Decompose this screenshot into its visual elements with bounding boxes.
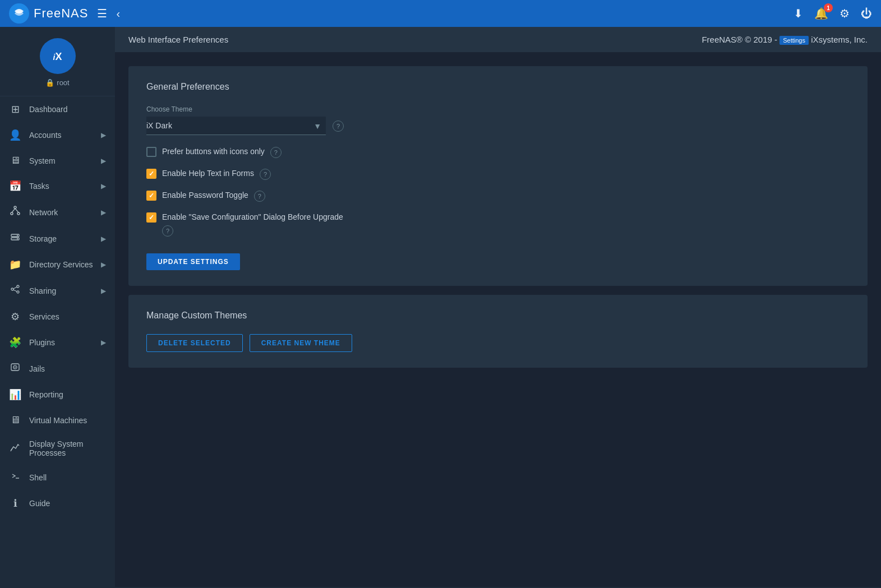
topbar-left: FreeNAS ☰ ‹ [9, 3, 120, 24]
svg-point-17 [15, 367, 16, 368]
sidebar-item-tasks[interactable]: 📅 Tasks ▶ [0, 173, 115, 199]
company-suffix: iXsystems, Inc. [809, 35, 868, 44]
sidebar-item-sharing[interactable]: Sharing ▶ [0, 277, 115, 304]
sidebar-item-services[interactable]: ⚙ Services [0, 304, 115, 330]
delete-selected-button[interactable]: DELETE SELECTED [146, 334, 243, 352]
sidebar-label-virtual-machines: Virtual Machines [29, 416, 106, 425]
page-title: Web Interface Preferences [128, 35, 228, 44]
enable-help-text-help-icon[interactable]: ? [260, 169, 271, 180]
enable-help-text-label: Enable Help Text in Forms [162, 168, 254, 179]
enable-password-toggle-help-icon[interactable]: ? [254, 191, 265, 202]
sidebar-label-jails: Jails [29, 364, 106, 373]
sidebar-item-system[interactable]: 🖥 System ▶ [0, 148, 115, 173]
user-section: iX 🔒 root [0, 27, 115, 96]
back-icon[interactable]: ‹ [116, 7, 120, 20]
enable-password-toggle-label: Enable Password Toggle [162, 190, 248, 201]
plugins-icon: 🧩 [9, 336, 21, 349]
prefer-buttons-help-icon[interactable]: ? [270, 147, 282, 158]
shell-icon [9, 471, 21, 484]
save-config-label: Enable "Save Configuration" Dialog Befor… [162, 212, 343, 223]
sidebar-item-storage[interactable]: Storage ▶ [0, 225, 115, 252]
settings-label: Settings [779, 36, 809, 45]
checkmark-password-icon: ✓ [149, 192, 154, 200]
create-new-theme-button[interactable]: CREATE NEW THEME [250, 334, 352, 352]
save-config-help-icon[interactable]: ? [162, 225, 173, 237]
logo: FreeNAS [9, 3, 88, 24]
svg-line-13 [13, 287, 17, 289]
storage-icon [9, 232, 21, 245]
settings-icon[interactable]: ⚙ [840, 7, 850, 20]
sidebar-item-reporting[interactable]: 📊 Reporting [0, 382, 115, 408]
sidebar-label-guide: Guide [29, 499, 106, 508]
tasks-icon: 📅 [9, 180, 21, 192]
prefer-buttons-checkbox[interactable] [146, 147, 156, 157]
prefer-buttons-label: Prefer buttons with icons only [162, 146, 265, 158]
enable-password-toggle-checkbox[interactable]: ✓ [146, 191, 156, 201]
sidebar-item-directory-services[interactable]: 📁 Directory Services ▶ [0, 252, 115, 277]
svg-point-11 [11, 288, 13, 290]
directory-services-arrow: ▶ [101, 261, 106, 268]
svg-line-18 [11, 449, 12, 451]
sidebar-label-network: Network [29, 208, 93, 217]
save-config-checkbox[interactable]: ✓ [146, 212, 156, 223]
svg-point-3 [17, 212, 20, 215]
topbar-right: ⬇ 🔔 1 ⚙ ⏻ [794, 7, 872, 20]
network-arrow: ▶ [101, 209, 106, 216]
svg-line-4 [12, 209, 15, 212]
sidebar-label-system: System [29, 156, 93, 165]
theme-buttons-row: DELETE SELECTED CREATE NEW THEME [146, 334, 850, 352]
sidebar-item-plugins[interactable]: 🧩 Plugins ▶ [0, 330, 115, 355]
manage-themes-card: Manage Custom Themes DELETE SELECTED CRE… [128, 295, 868, 368]
sidebar-item-guide[interactable]: ℹ Guide [0, 490, 115, 516]
power-icon[interactable]: ⏻ [861, 7, 872, 20]
sidebar-item-dashboard[interactable]: ⊞ Dashboard [0, 96, 115, 122]
page-header-right: FreeNAS® © 2019 - Settings iXsystems, In… [702, 35, 868, 44]
svg-point-12 [17, 291, 19, 293]
update-settings-button[interactable]: UPDATE SETTINGS [146, 253, 240, 270]
sidebar-label-shell: Shell [29, 473, 106, 482]
manage-themes-title: Manage Custom Themes [146, 311, 850, 321]
notifications-wrap[interactable]: 🔔 1 [814, 7, 828, 20]
sidebar-label-directory-services: Directory Services [29, 260, 93, 269]
theme-select[interactable]: iX Dark iX Default iX Blue iX Custom [146, 117, 326, 135]
enable-help-text-checkbox[interactable]: ✓ [146, 169, 156, 179]
checkbox-save-config: ✓ Enable "Save Configuration" Dialog Bef… [146, 212, 850, 237]
sidebar-item-shell[interactable]: Shell [0, 464, 115, 490]
logo-icon [9, 3, 29, 24]
sidebar-item-virtual-machines[interactable]: 🖥 Virtual Machines [0, 408, 115, 433]
sidebar-label-display-system-processes: Display System Processes [29, 439, 106, 457]
reporting-icon: 📊 [9, 388, 21, 401]
sidebar-label-sharing: Sharing [29, 286, 93, 295]
theme-help-icon[interactable]: ? [333, 121, 344, 132]
avatar: iX [40, 38, 76, 74]
sidebar-item-display-system-processes[interactable]: Display System Processes [0, 433, 115, 464]
tasks-arrow: ▶ [101, 182, 106, 190]
sidebar-item-accounts[interactable]: 👤 Accounts ▶ [0, 122, 115, 148]
sharing-icon [9, 284, 21, 297]
download-icon[interactable]: ⬇ [794, 7, 803, 20]
menu-icon[interactable]: ☰ [97, 7, 107, 20]
svg-point-8 [17, 235, 18, 236]
sharing-arrow: ▶ [101, 287, 106, 295]
username: root [57, 78, 69, 87]
sidebar-label-storage: Storage [29, 234, 93, 243]
checkbox-enable-password-toggle: ✓ Enable Password Toggle ? [146, 190, 850, 202]
page-header: Web Interface Preferences FreeNAS® © 201… [115, 27, 881, 53]
notification-badge: 1 [824, 3, 833, 12]
display-system-processes-icon [9, 442, 21, 455]
theme-form-group: Choose Theme iX Dark iX Default iX Blue … [146, 105, 850, 135]
accounts-arrow: ▶ [101, 131, 106, 139]
svg-line-5 [15, 209, 19, 212]
checkbox-prefer-buttons: Prefer buttons with icons only ? [146, 146, 850, 158]
sidebar-item-network[interactable]: Network ▶ [0, 199, 115, 225]
avatar-text: iX [53, 49, 62, 63]
sidebar-item-jails[interactable]: Jails [0, 355, 115, 382]
sidebar-label-services: Services [29, 312, 106, 321]
sidebar-label-plugins: Plugins [29, 338, 93, 347]
user-name-row: 🔒 root [45, 78, 69, 87]
select-container: iX Dark iX Default iX Blue iX Custom ▼ [146, 117, 326, 135]
jails-icon [9, 362, 21, 375]
svg-line-14 [13, 290, 17, 291]
accounts-icon: 👤 [9, 129, 21, 141]
save-config-top: ✓ Enable "Save Configuration" Dialog Bef… [146, 212, 850, 223]
